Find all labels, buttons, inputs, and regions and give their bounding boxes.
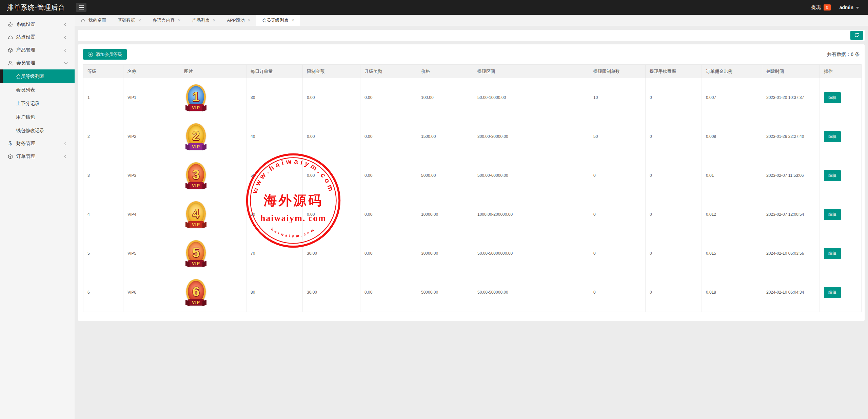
cell-name: VIP3 — [123, 156, 180, 195]
sidebar-item-updown-records[interactable]: 上下分记录 — [0, 97, 75, 110]
cell-name: VIP1 — [123, 78, 180, 117]
cell-actions: 编辑 — [820, 78, 862, 117]
cell-name: VIP5 — [123, 234, 180, 273]
sidebar-item-member-management[interactable]: 会员管理 — [0, 57, 75, 69]
sidebar-item-order-management[interactable]: 订单管理 — [0, 150, 75, 163]
edit-button[interactable]: 编辑 — [824, 209, 841, 220]
col-header-name: 名称 — [123, 65, 180, 78]
cell-commission: 0.015 — [702, 234, 762, 273]
cell-limit-amount: 0.00 — [303, 78, 360, 117]
cell-actions: 编辑 — [820, 195, 862, 234]
edit-button[interactable]: 编辑 — [824, 248, 841, 259]
tab-multilang-content[interactable]: 多语言内容 × — [147, 15, 186, 26]
cell-level: 4 — [83, 195, 123, 234]
tab-product-list[interactable]: 产品列表 × — [186, 15, 221, 26]
chevron-left-icon — [64, 48, 68, 52]
close-icon[interactable]: × — [178, 18, 180, 23]
cell-upgrade-reward: 0.00 — [360, 156, 417, 195]
cell-image: 4 VIP — [180, 195, 246, 234]
cell-actions: 编辑 — [820, 156, 862, 195]
cell-upgrade-reward: 0.00 — [360, 234, 417, 273]
sidebar-item-label: 站点设置 — [16, 34, 35, 40]
add-member-level-button[interactable]: + 添加会员等级 — [83, 49, 127, 60]
cell-price: 100.00 — [417, 78, 473, 117]
cell-commission: 0.012 — [702, 195, 762, 234]
toolbar-strip — [78, 30, 865, 41]
user-menu[interactable]: admin — [840, 5, 859, 10]
cell-withdraw-range: 300.00-30000.00 — [473, 117, 589, 156]
cell-price: 30000.00 — [417, 234, 473, 273]
cell-withdraw-range: 50.00-10000.00 — [473, 78, 589, 117]
cell-name: VIP2 — [123, 117, 180, 156]
sidebar-item-finance-management[interactable]: $ 财务管理 — [0, 137, 75, 150]
close-icon[interactable]: × — [138, 18, 141, 23]
chevron-left-icon — [64, 36, 68, 39]
add-button-label: 添加会员等级 — [96, 51, 122, 58]
cell-created: 2024-02-10 06:03:56 — [762, 234, 820, 273]
cell-level: 6 — [83, 273, 123, 312]
close-icon[interactable]: × — [292, 18, 294, 23]
cell-daily-orders: 40 — [246, 117, 303, 156]
cell-fee-rate: 0 — [646, 195, 702, 234]
sidebar-item-member-list[interactable]: 会员列表 — [0, 83, 75, 97]
edit-button[interactable]: 编辑 — [824, 170, 841, 181]
vip-badge-image: 5 VIP — [186, 240, 206, 267]
edit-button[interactable]: 编辑 — [824, 287, 841, 298]
close-icon[interactable]: × — [213, 18, 215, 23]
chevron-left-icon — [64, 142, 68, 145]
cell-daily-orders: 80 — [246, 273, 303, 312]
table-row: 6 VIP6 6 VIP 80 30.00 0.00 500 — [83, 273, 862, 312]
total-count-text: 共有数据：6 条 — [827, 51, 860, 58]
cell-actions: 编辑 — [820, 117, 862, 156]
cell-fee-rate: 0 — [646, 234, 702, 273]
tab-basic-data[interactable]: 基础数据 × — [112, 15, 147, 26]
member-level-card: + 添加会员等级 共有数据：6 条 等级 名 — [78, 44, 865, 321]
withdraw-link[interactable]: 提现 0 — [811, 4, 831, 11]
refresh-icon — [854, 32, 860, 39]
cell-level: 1 — [83, 78, 123, 117]
sidebar-item-product-management[interactable]: 产品管理 — [0, 44, 75, 57]
dollar-icon: $ — [7, 141, 13, 147]
cell-created: 2023-02-07 11:53:06 — [762, 156, 820, 195]
sidebar-item-site-settings[interactable]: 站点设置 — [0, 31, 75, 44]
cell-withdraw-limit: 50 — [589, 117, 646, 156]
vip-badge-image: 3 VIP — [186, 162, 206, 189]
refresh-button[interactable] — [850, 31, 863, 40]
sidebar-item-system-settings[interactable]: 系统设置 — [0, 18, 75, 31]
sidebar-item-member-level-list[interactable]: 会员等级列表 — [0, 69, 75, 83]
cell-withdraw-range: 50.00-500000.00 — [473, 273, 589, 312]
cell-fee-rate: 0 — [646, 117, 702, 156]
col-header-created: 创建时间 — [762, 65, 820, 78]
cell-withdraw-limit: 0 — [589, 156, 646, 195]
close-icon[interactable]: × — [248, 18, 251, 23]
table-header-row: 等级 名称 图片 每日订单量 限制金额 升级奖励 价格 提现区间 提现限制单数 … — [83, 65, 862, 78]
edit-button[interactable]: 编辑 — [824, 92, 841, 103]
tab-member-level-list[interactable]: 会员等级列表 × — [256, 15, 300, 26]
tab-label: 多语言内容 — [153, 17, 175, 23]
tab-app-scroll[interactable]: APP滚动 × — [221, 15, 256, 26]
hamburger-menu-icon[interactable] — [76, 3, 86, 12]
cell-name: VIP6 — [123, 273, 180, 312]
cell-daily-orders: 30 — [246, 78, 303, 117]
cell-price: 10000.00 — [417, 195, 473, 234]
sidebar-item-user-wallet[interactable]: 用户钱包 — [0, 110, 75, 124]
sidebar-item-label: 财务管理 — [16, 141, 35, 147]
cell-withdraw-range: 50.00-50000000.00 — [473, 234, 589, 273]
edit-button[interactable]: 编辑 — [824, 131, 841, 142]
cell-upgrade-reward: 0.00 — [360, 195, 417, 234]
cell-image: 1 VIP — [180, 78, 246, 117]
cell-withdraw-limit: 0 — [589, 195, 646, 234]
cell-withdraw-limit: 0 — [589, 273, 646, 312]
sidebar-item-wallet-edit-records[interactable]: 钱包修改记录 — [0, 124, 75, 137]
chevron-down-icon — [856, 7, 859, 9]
cell-limit-amount: 30.00 — [303, 234, 360, 273]
vip-badge-image: 6 VIP — [186, 279, 206, 306]
cell-actions: 编辑 — [820, 273, 862, 312]
cell-withdraw-limit: 0 — [589, 234, 646, 273]
cell-daily-orders: 70 — [246, 234, 303, 273]
tab-label: 基础数据 — [118, 17, 135, 23]
col-header-image: 图片 — [180, 65, 246, 78]
tab-desktop[interactable]: 我的桌面 — [75, 15, 112, 26]
cell-limit-amount: 0.00 — [303, 195, 360, 234]
col-header-withdraw-range: 提现区间 — [473, 65, 589, 78]
